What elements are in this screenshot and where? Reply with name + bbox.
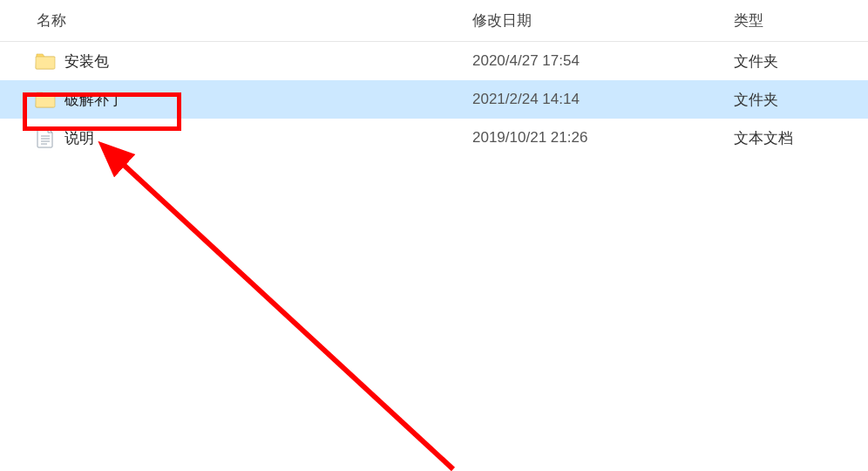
folder-icon <box>35 51 56 72</box>
svg-line-5 <box>113 155 453 469</box>
file-date: 2019/10/21 21:26 <box>472 129 734 147</box>
file-row[interactable]: 破解补丁 2021/2/24 14:14 文件夹 <box>0 80 868 119</box>
file-type: 文件夹 <box>734 90 868 110</box>
file-name: 说明 <box>64 128 94 148</box>
file-list: 安装包 2020/4/27 17:54 文件夹 破解补丁 2021/2/24 1… <box>0 42 868 157</box>
column-header-date[interactable]: 修改日期 <box>472 10 734 31</box>
text-document-icon <box>35 127 56 148</box>
file-name: 破解补丁 <box>64 90 124 110</box>
column-header-name[interactable]: 名称 <box>37 10 472 31</box>
file-date: 2021/2/24 14:14 <box>472 91 734 108</box>
sort-ascending-icon: ^ <box>234 0 239 5</box>
file-type: 文件夹 <box>734 51 868 72</box>
column-header-row: ^ 名称 修改日期 类型 <box>0 0 868 42</box>
file-type: 文本文档 <box>734 128 868 148</box>
column-header-type[interactable]: 类型 <box>734 10 868 31</box>
folder-icon <box>35 89 56 110</box>
file-date: 2020/4/27 17:54 <box>472 52 734 70</box>
file-row[interactable]: 安装包 2020/4/27 17:54 文件夹 <box>0 42 868 80</box>
file-name: 安装包 <box>64 51 109 72</box>
file-row[interactable]: 说明 2019/10/21 21:26 文本文档 <box>0 119 868 157</box>
